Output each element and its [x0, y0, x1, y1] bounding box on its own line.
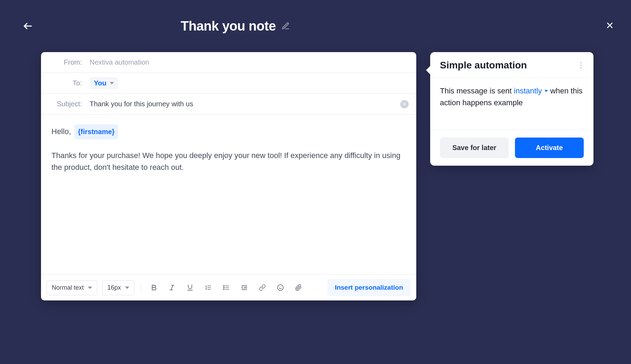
edit-title-button[interactable]: [281, 22, 290, 30]
outdent-button[interactable]: [238, 281, 251, 294]
panel-body: This message is sent instantly when this…: [430, 77, 593, 130]
to-value: You: [94, 79, 106, 87]
bulleted-list-icon: [223, 284, 230, 291]
email-body-editor[interactable]: Hello, {firstname} Thanks for your purch…: [41, 115, 416, 274]
timing-value: instantly: [514, 85, 542, 97]
dot-icon: [580, 67, 582, 68]
subject-row: Subject: Thank you for this journey with…: [41, 94, 416, 115]
paperclip-icon: [295, 284, 302, 291]
emoji-icon: [277, 284, 284, 291]
link-button[interactable]: [256, 281, 269, 294]
back-button[interactable]: [21, 19, 35, 33]
automation-panel: Simple automation This message is sent i…: [430, 52, 593, 166]
underline-button[interactable]: [183, 281, 197, 294]
header-bar: Thank you note: [0, 14, 631, 38]
italic-button[interactable]: [165, 281, 179, 294]
panel-menu-button[interactable]: [578, 60, 584, 71]
bold-icon: [150, 284, 157, 291]
greeting-line: Hello, {firstname}: [51, 124, 406, 139]
attachment-button[interactable]: [292, 281, 305, 294]
x-icon: [402, 102, 407, 106]
font-size-select[interactable]: 16px: [102, 280, 134, 295]
clear-subject-button[interactable]: [400, 100, 409, 108]
svg-point-17: [223, 289, 224, 290]
desc-part1: This message is sent: [440, 86, 512, 95]
chevron-down-icon: [544, 90, 548, 92]
side-panel-wrap: Simple automation This message is sent i…: [430, 52, 593, 166]
email-composer: From: Nextiva automation To: You Subject…: [41, 52, 416, 300]
timing-select[interactable]: instantly: [514, 85, 548, 97]
to-row: To: You: [41, 73, 416, 94]
dot-icon: [580, 65, 582, 66]
from-label: From:: [51, 58, 82, 66]
callout-arrow-icon: [426, 66, 430, 74]
save-for-later-button[interactable]: Save for later: [440, 138, 509, 158]
from-value: Nextiva automation: [90, 58, 149, 66]
svg-point-16: [223, 287, 224, 288]
activate-button[interactable]: Activate: [515, 138, 584, 158]
svg-point-22: [278, 285, 284, 291]
greeting-text: Hello,: [51, 126, 71, 138]
svg-point-15: [223, 286, 224, 287]
panel-actions: Save for later Activate: [430, 130, 593, 166]
insert-personalization-button[interactable]: Insert personalization: [327, 279, 411, 296]
bold-button[interactable]: [147, 281, 161, 294]
page-title-wrap: Thank you note: [181, 19, 290, 34]
close-icon: [605, 21, 614, 30]
from-row: From: Nextiva automation: [41, 52, 416, 73]
page-title: Thank you note: [181, 19, 276, 34]
subject-input[interactable]: Thank you for this journey with us: [90, 100, 193, 108]
to-select[interactable]: You: [90, 77, 118, 89]
link-icon: [259, 284, 266, 291]
subject-label: Subject:: [51, 100, 82, 108]
panel-header: Simple automation: [430, 52, 593, 77]
outdent-icon: [241, 284, 248, 291]
to-label: To:: [51, 79, 82, 87]
text-style-value: Normal text: [52, 284, 84, 291]
dot-icon: [580, 62, 582, 64]
arrow-left-icon: [23, 21, 33, 31]
bulleted-list-button[interactable]: [220, 281, 233, 294]
body-paragraph: Thanks for your purchase! We hope you de…: [51, 150, 406, 173]
chevron-down-icon: [88, 287, 92, 289]
panel-title: Simple automation: [440, 60, 527, 71]
personalization-chip[interactable]: {firstname}: [74, 124, 118, 139]
close-button[interactable]: [603, 18, 617, 33]
svg-line-7: [171, 285, 173, 290]
chevron-down-icon: [110, 82, 114, 84]
emoji-button[interactable]: [274, 281, 287, 294]
numbered-list-icon: [205, 284, 212, 291]
italic-icon: [169, 284, 175, 291]
chevron-down-icon: [125, 287, 129, 289]
pencil-icon: [281, 22, 290, 30]
text-style-select[interactable]: Normal text: [47, 280, 97, 295]
main-content: From: Nextiva automation To: You Subject…: [41, 52, 593, 300]
numbered-list-button[interactable]: [202, 281, 215, 294]
font-size-value: 16px: [107, 284, 121, 291]
toolbar-divider: [141, 282, 141, 293]
underline-icon: [187, 284, 194, 291]
editor-toolbar: Normal text 16px: [41, 274, 416, 300]
